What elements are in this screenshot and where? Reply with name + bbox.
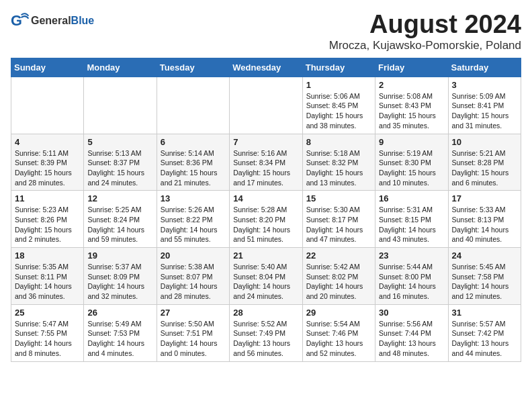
day-info: Sunrise: 5:09 AMSunset: 8:41 PMDaylight:… <box>452 91 517 131</box>
calendar-cell: 9Sunrise: 5:19 AMSunset: 8:30 PMDaylight… <box>375 134 448 191</box>
weekday-header-cell: Thursday <box>302 58 375 77</box>
calendar-cell: 14Sunrise: 5:28 AMSunset: 8:20 PMDayligh… <box>230 191 302 248</box>
day-number: 28 <box>233 308 298 318</box>
calendar-cell: 29Sunrise: 5:54 AMSunset: 7:46 PMDayligh… <box>302 304 375 361</box>
day-number: 24 <box>452 250 517 261</box>
calendar-cell: 8Sunrise: 5:18 AMSunset: 8:32 PMDaylight… <box>302 134 375 191</box>
calendar-cell: 28Sunrise: 5:52 AMSunset: 7:49 PMDayligh… <box>230 304 302 361</box>
day-info: Sunrise: 5:21 AMSunset: 8:28 PMDaylight:… <box>452 148 517 188</box>
calendar-cell: 21Sunrise: 5:40 AMSunset: 8:04 PMDayligh… <box>230 248 302 305</box>
day-number: 7 <box>233 137 298 147</box>
calendar-cell: 7Sunrise: 5:16 AMSunset: 8:34 PMDaylight… <box>230 134 302 191</box>
day-info: Sunrise: 5:08 AMSunset: 8:43 PMDaylight:… <box>379 91 444 131</box>
day-number: 25 <box>15 308 80 318</box>
calendar-body: 1Sunrise: 5:06 AMSunset: 8:45 PMDaylight… <box>11 77 521 361</box>
logo-blue: Blue <box>71 15 95 26</box>
day-number: 27 <box>161 308 226 318</box>
day-number: 18 <box>15 250 80 261</box>
weekday-header-cell: Friday <box>375 58 448 77</box>
day-number: 1 <box>306 80 371 90</box>
day-number: 17 <box>452 193 517 203</box>
day-number: 12 <box>87 193 152 203</box>
day-info: Sunrise: 5:42 AMSunset: 8:02 PMDaylight:… <box>306 262 371 302</box>
day-info: Sunrise: 5:14 AMSunset: 8:36 PMDaylight:… <box>161 148 226 188</box>
logo-general: General <box>31 15 71 26</box>
month-year-title: August 2024 <box>329 11 521 39</box>
day-number: 21 <box>233 250 298 261</box>
calendar-week-row: 18Sunrise: 5:35 AMSunset: 8:11 PMDayligh… <box>11 248 521 305</box>
day-info: Sunrise: 5:19 AMSunset: 8:30 PMDaylight:… <box>379 148 444 188</box>
day-number: 23 <box>379 250 444 261</box>
day-info: Sunrise: 5:38 AMSunset: 8:07 PMDaylight:… <box>161 262 226 302</box>
day-info: Sunrise: 5:11 AMSunset: 8:39 PMDaylight:… <box>15 148 80 188</box>
day-info: Sunrise: 5:54 AMSunset: 7:46 PMDaylight:… <box>306 319 371 359</box>
day-number: 31 <box>452 308 517 318</box>
logo: G GeneralBlue <box>11 11 94 30</box>
weekday-header-row: SundayMondayTuesdayWednesdayThursdayFrid… <box>11 58 521 77</box>
day-info: Sunrise: 5:26 AMSunset: 8:22 PMDaylight:… <box>161 205 226 244</box>
weekday-header-cell: Saturday <box>448 58 521 77</box>
day-info: Sunrise: 5:49 AMSunset: 7:53 PMDaylight:… <box>87 319 152 359</box>
calendar-week-row: 1Sunrise: 5:06 AMSunset: 8:45 PMDaylight… <box>11 77 521 134</box>
day-number: 9 <box>379 137 444 147</box>
calendar-cell: 24Sunrise: 5:45 AMSunset: 7:58 PMDayligh… <box>448 248 521 305</box>
page-header: G GeneralBlue August 2024 Mrocza, Kujaws… <box>11 11 521 52</box>
calendar-cell: 30Sunrise: 5:56 AMSunset: 7:44 PMDayligh… <box>375 304 448 361</box>
day-info: Sunrise: 5:47 AMSunset: 7:55 PMDaylight:… <box>15 319 80 359</box>
calendar-cell: 3Sunrise: 5:09 AMSunset: 8:41 PMDaylight… <box>448 77 521 134</box>
calendar-cell: 18Sunrise: 5:35 AMSunset: 8:11 PMDayligh… <box>11 248 84 305</box>
calendar-cell: 10Sunrise: 5:21 AMSunset: 8:28 PMDayligh… <box>448 134 521 191</box>
day-number: 30 <box>379 308 444 318</box>
day-number: 15 <box>306 193 371 203</box>
logo-icon: G <box>11 11 30 30</box>
weekday-header-cell: Monday <box>84 58 157 77</box>
day-info: Sunrise: 5:37 AMSunset: 8:09 PMDaylight:… <box>87 262 152 302</box>
day-number: 22 <box>306 250 371 261</box>
calendar-cell: 6Sunrise: 5:14 AMSunset: 8:36 PMDaylight… <box>157 134 229 191</box>
calendar-cell: 19Sunrise: 5:37 AMSunset: 8:09 PMDayligh… <box>84 248 157 305</box>
day-number: 6 <box>161 137 226 147</box>
calendar-cell <box>84 77 157 134</box>
location-subtitle: Mrocza, Kujawsko-Pomorskie, Poland <box>329 39 521 52</box>
calendar-cell: 2Sunrise: 5:08 AMSunset: 8:43 PMDaylight… <box>375 77 448 134</box>
day-info: Sunrise: 5:50 AMSunset: 7:51 PMDaylight:… <box>161 319 226 359</box>
calendar-cell: 15Sunrise: 5:30 AMSunset: 8:17 PMDayligh… <box>302 191 375 248</box>
day-info: Sunrise: 5:31 AMSunset: 8:15 PMDaylight:… <box>379 205 444 244</box>
calendar-cell: 23Sunrise: 5:44 AMSunset: 8:00 PMDayligh… <box>375 248 448 305</box>
day-number: 2 <box>379 80 444 90</box>
day-number: 10 <box>452 137 517 147</box>
calendar-week-row: 11Sunrise: 5:23 AMSunset: 8:26 PMDayligh… <box>11 191 521 248</box>
day-number: 14 <box>233 193 298 203</box>
day-info: Sunrise: 5:33 AMSunset: 8:13 PMDaylight:… <box>452 205 517 244</box>
day-number: 20 <box>161 250 226 261</box>
day-info: Sunrise: 5:13 AMSunset: 8:37 PMDaylight:… <box>87 148 152 188</box>
calendar-cell: 17Sunrise: 5:33 AMSunset: 8:13 PMDayligh… <box>448 191 521 248</box>
calendar-cell: 25Sunrise: 5:47 AMSunset: 7:55 PMDayligh… <box>11 304 84 361</box>
day-info: Sunrise: 5:52 AMSunset: 7:49 PMDaylight:… <box>233 319 298 359</box>
day-info: Sunrise: 5:30 AMSunset: 8:17 PMDaylight:… <box>306 205 371 244</box>
calendar-cell <box>11 77 84 134</box>
calendar-cell <box>157 77 229 134</box>
day-info: Sunrise: 5:06 AMSunset: 8:45 PMDaylight:… <box>306 91 371 131</box>
calendar-cell: 13Sunrise: 5:26 AMSunset: 8:22 PMDayligh… <box>157 191 229 248</box>
day-number: 19 <box>87 250 152 261</box>
svg-text:G: G <box>11 12 22 29</box>
calendar-cell: 20Sunrise: 5:38 AMSunset: 8:07 PMDayligh… <box>157 248 229 305</box>
day-info: Sunrise: 5:28 AMSunset: 8:20 PMDaylight:… <box>233 205 298 244</box>
weekday-header-cell: Sunday <box>11 58 84 77</box>
calendar-cell: 22Sunrise: 5:42 AMSunset: 8:02 PMDayligh… <box>302 248 375 305</box>
day-info: Sunrise: 5:18 AMSunset: 8:32 PMDaylight:… <box>306 148 371 188</box>
day-info: Sunrise: 5:44 AMSunset: 8:00 PMDaylight:… <box>379 262 444 302</box>
day-number: 11 <box>15 193 80 203</box>
calendar-cell: 26Sunrise: 5:49 AMSunset: 7:53 PMDayligh… <box>84 304 157 361</box>
calendar-cell: 27Sunrise: 5:50 AMSunset: 7:51 PMDayligh… <box>157 304 229 361</box>
calendar-cell: 4Sunrise: 5:11 AMSunset: 8:39 PMDaylight… <box>11 134 84 191</box>
weekday-header-cell: Wednesday <box>230 58 302 77</box>
calendar-table: SundayMondayTuesdayWednesdayThursdayFrid… <box>11 58 521 362</box>
calendar-cell: 11Sunrise: 5:23 AMSunset: 8:26 PMDayligh… <box>11 191 84 248</box>
day-info: Sunrise: 5:35 AMSunset: 8:11 PMDaylight:… <box>15 262 80 302</box>
day-number: 4 <box>15 137 80 147</box>
calendar-cell: 1Sunrise: 5:06 AMSunset: 8:45 PMDaylight… <box>302 77 375 134</box>
day-info: Sunrise: 5:23 AMSunset: 8:26 PMDaylight:… <box>15 205 80 244</box>
day-info: Sunrise: 5:56 AMSunset: 7:44 PMDaylight:… <box>379 319 444 359</box>
